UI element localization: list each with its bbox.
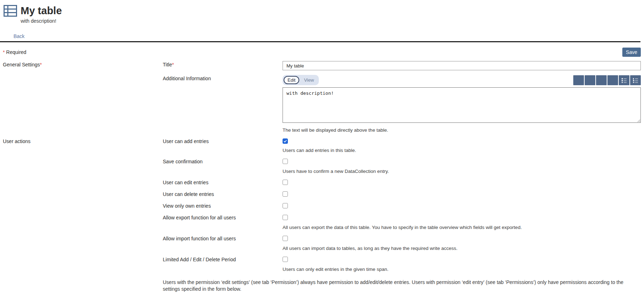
field-label-user-can-add-entries: User can add entries [163,138,283,144]
page-title: My table [21,5,62,17]
help-save-confirmation: Users have to confirm a new DataCollecti… [283,168,641,175]
required-note: * Required [3,49,26,55]
editor-tab-edit[interactable]: Edit [284,76,299,84]
editor-toolbar [573,75,641,85]
ordered-list-button[interactable] [630,75,641,85]
unordered-list-button[interactable] [619,75,629,85]
form-row-view-only-own-entries: View only own entries [3,202,644,210]
save-button-top[interactable]: Save [622,48,641,57]
form-row-allow-export: Allow export function for all users All … [3,214,644,231]
form-row-additional-info: Additional Information Edit View [3,75,644,133]
field-label-save-confirmation: Save confirmation [163,158,283,164]
field-label-limited-period: Limited Add / Edit / Delete Period [163,256,283,262]
checkbox-user-can-delete-entries[interactable] [283,191,288,197]
required-asterisk: * [3,49,5,55]
help-allow-export: All users can export the data of this ta… [283,224,641,231]
page-subtitle: with description! [21,18,644,24]
checkbox-save-confirmation[interactable] [283,159,288,164]
unordered-list-icon [621,77,627,83]
table-icon [4,5,17,17]
field-label-allow-import: Allow import function for all users [163,235,283,241]
additional-info-textarea[interactable]: with description! [283,87,641,123]
form-row-allow-import: Allow import function for all users All … [3,235,644,252]
divider [0,41,640,42]
field-label-allow-export: Allow export function for all users [163,214,283,220]
form-row-user-can-edit-entries: User can edit entries [3,179,644,186]
editor-format-button-3[interactable] [596,75,607,85]
settings-form: General Settings* Title* Additional Info… [3,61,644,295]
editor-format-button-2[interactable] [585,75,595,85]
editor-format-button-1[interactable] [573,75,584,85]
section-label-user-actions: User actions [3,138,163,144]
form-row-user-can-delete-entries: User can delete entries [3,191,644,198]
title-input[interactable] [283,61,641,70]
section-label-general: General Settings* [3,61,163,67]
back-link[interactable]: Back [14,33,25,39]
title-required-asterisk: * [172,62,174,67]
permissions-note: Users with the permission ‘edit settings… [163,279,641,293]
field-label-user-can-edit-entries: User can edit entries [163,179,283,185]
form-row-permissions-note: Users with the permission ‘edit settings… [3,277,644,295]
top-command-bar: * Required Save [3,48,641,57]
field-label-user-can-delete-entries: User can delete entries [163,191,283,197]
page-header: My table with description! [0,0,644,24]
checkbox-user-can-add-entries[interactable] [283,138,288,144]
checkbox-view-only-own-entries[interactable] [283,203,288,208]
checkbox-user-can-edit-entries[interactable] [283,180,288,185]
form-row-limited-period: Limited Add / Edit / Delete Period Users… [3,256,644,273]
section-required-asterisk: * [40,62,42,67]
form-row-save-confirmation: Save confirmation Users have to confirm … [3,158,644,175]
checkbox-limited-period[interactable] [283,257,288,262]
form-row-title: General Settings* Title* [3,61,644,70]
editor-mode-toggle: Edit View [283,75,319,85]
ordered-list-icon [632,77,639,83]
field-label-additional-info: Additional Information [163,75,283,81]
field-label-view-only-own-entries: View only own entries [163,202,283,209]
additional-info-help: The text will be displayed directly abov… [283,127,641,133]
editor-format-button-4[interactable] [607,75,618,85]
editor-tab-view[interactable]: View [300,76,318,84]
field-label-title: Title* [163,61,283,67]
help-allow-import: All users can import data to tables, as … [283,245,641,252]
form-row-user-can-add-entries: User actions User can add entries Users … [3,138,644,154]
help-limited-period: Users can only edit entries in the given… [283,266,641,273]
checkbox-allow-import[interactable] [283,236,288,241]
help-user-can-add-entries: Users can add entries in this table. [283,147,641,154]
checkbox-allow-export[interactable] [283,215,288,220]
